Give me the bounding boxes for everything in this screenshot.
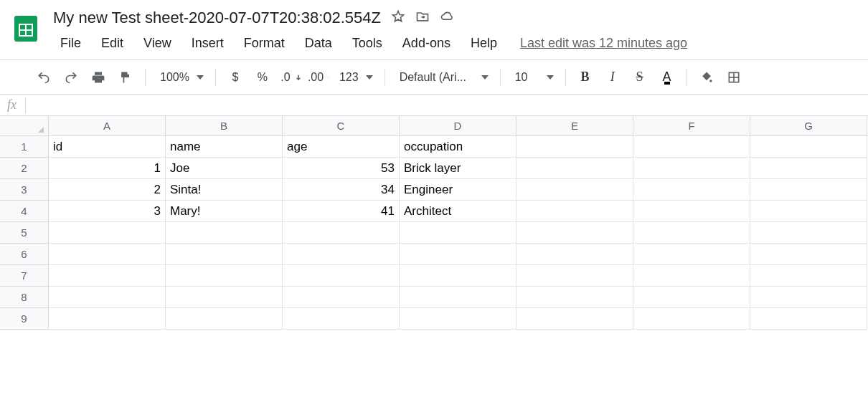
number-format-dropdown[interactable]: 123	[332, 65, 377, 90]
col-header-G[interactable]: G	[750, 116, 867, 135]
cell-G1[interactable]	[750, 136, 867, 158]
fill-color-button[interactable]	[694, 65, 719, 90]
cell-F7[interactable]	[633, 265, 750, 287]
last-edit-link[interactable]: Last edit was 12 minutes ago	[507, 36, 687, 51]
cell-C9[interactable]	[283, 308, 400, 330]
currency-button[interactable]: $	[223, 65, 247, 90]
print-button[interactable]	[86, 65, 110, 90]
cell-E4[interactable]	[516, 201, 633, 222]
cell-B6[interactable]	[166, 244, 283, 265]
row-header-4[interactable]: 4	[0, 201, 49, 222]
star-icon[interactable]	[391, 9, 405, 27]
row-header-1[interactable]: 1	[0, 136, 49, 158]
cell-G8[interactable]	[750, 287, 867, 308]
menu-tools[interactable]: Tools	[342, 33, 392, 54]
col-header-C[interactable]: C	[283, 116, 400, 135]
cell-A8[interactable]	[49, 287, 166, 308]
row-header-7[interactable]: 7	[0, 265, 49, 287]
strikethrough-button[interactable]: S	[628, 65, 652, 90]
cell-C7[interactable]	[283, 265, 400, 287]
zoom-dropdown[interactable]: 100%	[153, 65, 208, 90]
row-header-9[interactable]: 9	[0, 308, 49, 330]
row-header-3[interactable]: 3	[0, 179, 49, 201]
cell-B3[interactable]: Sinta!	[166, 179, 283, 201]
menu-view[interactable]: View	[133, 33, 181, 54]
menu-edit[interactable]: Edit	[91, 33, 133, 54]
cell-B4[interactable]: Mary!	[166, 201, 283, 222]
cell-A9[interactable]	[49, 308, 166, 330]
percent-button[interactable]: %	[250, 65, 275, 90]
cell-G5[interactable]	[750, 222, 867, 244]
cell-D2[interactable]: Brick layer	[400, 158, 516, 179]
cell-A6[interactable]	[49, 244, 166, 265]
borders-button[interactable]	[722, 65, 746, 90]
cell-B7[interactable]	[166, 265, 283, 287]
menu-file[interactable]: File	[50, 33, 91, 54]
undo-button[interactable]	[32, 65, 56, 90]
move-icon[interactable]	[415, 9, 430, 27]
cell-E1[interactable]	[516, 136, 633, 158]
cell-D1[interactable]: occupation	[400, 136, 516, 158]
paint-format-button[interactable]	[113, 65, 138, 90]
document-title[interactable]: My new Test sheet-2020-07-07T20:38:02.55…	[50, 7, 384, 29]
formula-input[interactable]	[26, 95, 868, 115]
cell-E6[interactable]	[516, 244, 633, 265]
cell-C1[interactable]: age	[283, 136, 400, 158]
cell-G9[interactable]	[750, 308, 867, 330]
cell-A2[interactable]: 1	[49, 158, 166, 179]
cell-B9[interactable]	[166, 308, 283, 330]
cell-E2[interactable]	[516, 158, 633, 179]
menu-addons[interactable]: Add-ons	[392, 33, 461, 54]
cell-C8[interactable]	[283, 287, 400, 308]
cell-D5[interactable]	[400, 222, 516, 244]
menu-insert[interactable]: Insert	[181, 33, 234, 54]
cell-G7[interactable]	[750, 265, 867, 287]
cell-E3[interactable]	[516, 179, 633, 201]
col-header-E[interactable]: E	[516, 116, 633, 135]
cell-F6[interactable]	[633, 244, 750, 265]
text-color-button[interactable]: A	[655, 65, 679, 90]
font-dropdown[interactable]: Default (Ari...	[392, 65, 493, 90]
col-header-D[interactable]: D	[400, 116, 516, 135]
cell-D8[interactable]	[400, 287, 516, 308]
sheets-logo[interactable]	[6, 9, 46, 49]
cell-B1[interactable]: name	[166, 136, 283, 158]
cell-G2[interactable]	[750, 158, 867, 179]
cell-F8[interactable]	[633, 287, 750, 308]
cell-E5[interactable]	[516, 222, 633, 244]
cell-E9[interactable]	[516, 308, 633, 330]
redo-button[interactable]	[59, 65, 83, 90]
decrease-decimal-button[interactable]: .0	[278, 65, 302, 90]
italic-button[interactable]: I	[600, 65, 625, 90]
cell-G6[interactable]	[750, 244, 867, 265]
increase-decimal-button[interactable]: .00	[305, 65, 329, 90]
cell-D7[interactable]	[400, 265, 516, 287]
select-all-corner[interactable]	[0, 116, 49, 135]
cell-C6[interactable]	[283, 244, 400, 265]
cell-E8[interactable]	[516, 287, 633, 308]
row-header-5[interactable]: 5	[0, 222, 49, 244]
row-header-8[interactable]: 8	[0, 287, 49, 308]
cell-F2[interactable]	[633, 158, 750, 179]
cell-A4[interactable]: 3	[49, 201, 166, 222]
col-header-F[interactable]: F	[633, 116, 750, 135]
cell-D9[interactable]	[400, 308, 516, 330]
cell-E7[interactable]	[516, 265, 633, 287]
col-header-B[interactable]: B	[166, 116, 283, 135]
cell-A5[interactable]	[49, 222, 166, 244]
cell-F5[interactable]	[633, 222, 750, 244]
cell-C2[interactable]: 53	[283, 158, 400, 179]
cloud-status-icon[interactable]	[440, 9, 454, 27]
cell-C3[interactable]: 34	[283, 179, 400, 201]
menu-data[interactable]: Data	[295, 33, 342, 54]
cell-B5[interactable]	[166, 222, 283, 244]
cell-D6[interactable]	[400, 244, 516, 265]
col-header-A[interactable]: A	[49, 116, 166, 135]
font-size-dropdown[interactable]: 10	[508, 65, 558, 90]
menu-format[interactable]: Format	[234, 33, 295, 54]
cell-F1[interactable]	[633, 136, 750, 158]
cell-B2[interactable]: Joe	[166, 158, 283, 179]
cell-G3[interactable]	[750, 179, 867, 201]
cell-G4[interactable]	[750, 201, 867, 222]
cell-F3[interactable]	[633, 179, 750, 201]
